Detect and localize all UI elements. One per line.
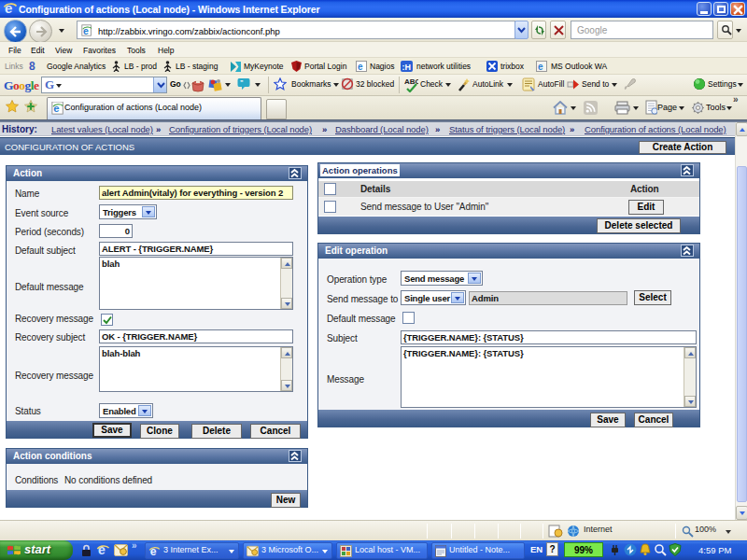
svg-text:e: e <box>83 25 89 36</box>
svg-text::H: :H <box>402 63 412 72</box>
svg-text:e: e <box>358 62 363 72</box>
svg-text:e: e <box>538 62 543 72</box>
svg-text:”: ” <box>240 79 244 86</box>
